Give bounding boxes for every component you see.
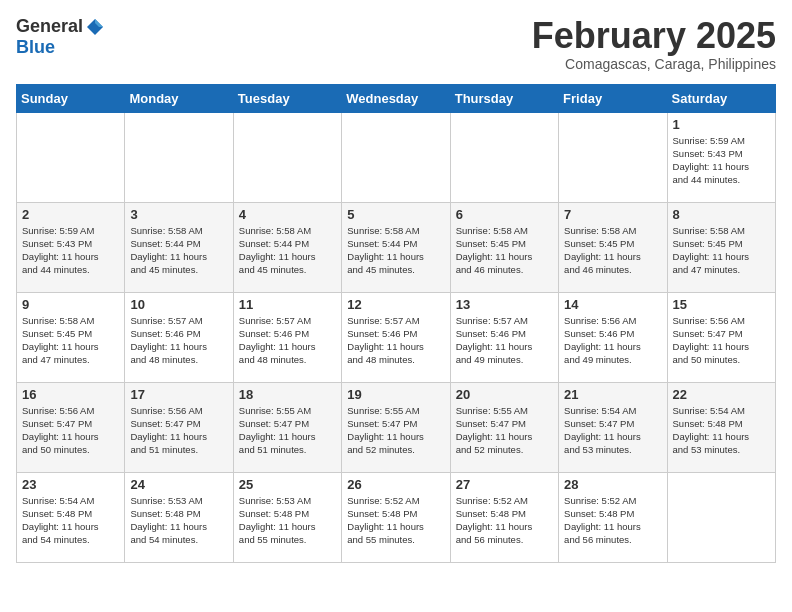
day-number: 14: [564, 297, 661, 312]
day-info: Sunrise: 5:57 AM Sunset: 5:46 PM Dayligh…: [130, 314, 227, 367]
calendar-cell: [342, 112, 450, 202]
day-info: Sunrise: 5:58 AM Sunset: 5:44 PM Dayligh…: [347, 224, 444, 277]
day-info: Sunrise: 5:57 AM Sunset: 5:46 PM Dayligh…: [456, 314, 553, 367]
day-number: 15: [673, 297, 770, 312]
day-info: Sunrise: 5:52 AM Sunset: 5:48 PM Dayligh…: [456, 494, 553, 547]
day-info: Sunrise: 5:52 AM Sunset: 5:48 PM Dayligh…: [564, 494, 661, 547]
day-info: Sunrise: 5:57 AM Sunset: 5:46 PM Dayligh…: [239, 314, 336, 367]
calendar-cell: 27Sunrise: 5:52 AM Sunset: 5:48 PM Dayli…: [450, 472, 558, 562]
day-info: Sunrise: 5:58 AM Sunset: 5:45 PM Dayligh…: [564, 224, 661, 277]
day-number: 21: [564, 387, 661, 402]
day-number: 4: [239, 207, 336, 222]
day-info: Sunrise: 5:55 AM Sunset: 5:47 PM Dayligh…: [456, 404, 553, 457]
calendar-cell: 2Sunrise: 5:59 AM Sunset: 5:43 PM Daylig…: [17, 202, 125, 292]
logo-icon: [85, 17, 105, 37]
calendar-week-row: 16Sunrise: 5:56 AM Sunset: 5:47 PM Dayli…: [17, 382, 776, 472]
calendar-cell: 3Sunrise: 5:58 AM Sunset: 5:44 PM Daylig…: [125, 202, 233, 292]
day-info: Sunrise: 5:55 AM Sunset: 5:47 PM Dayligh…: [347, 404, 444, 457]
calendar-cell: 16Sunrise: 5:56 AM Sunset: 5:47 PM Dayli…: [17, 382, 125, 472]
day-number: 11: [239, 297, 336, 312]
day-of-week-header: Saturday: [667, 84, 775, 112]
calendar-cell: 21Sunrise: 5:54 AM Sunset: 5:47 PM Dayli…: [559, 382, 667, 472]
day-info: Sunrise: 5:53 AM Sunset: 5:48 PM Dayligh…: [239, 494, 336, 547]
day-number: 16: [22, 387, 119, 402]
calendar-cell: 25Sunrise: 5:53 AM Sunset: 5:48 PM Dayli…: [233, 472, 341, 562]
day-of-week-header: Tuesday: [233, 84, 341, 112]
calendar-cell: 24Sunrise: 5:53 AM Sunset: 5:48 PM Dayli…: [125, 472, 233, 562]
page-header: General Blue February 2025 Comagascas, C…: [16, 16, 776, 72]
calendar-cell: 11Sunrise: 5:57 AM Sunset: 5:46 PM Dayli…: [233, 292, 341, 382]
day-number: 1: [673, 117, 770, 132]
day-number: 17: [130, 387, 227, 402]
calendar-cell: 5Sunrise: 5:58 AM Sunset: 5:44 PM Daylig…: [342, 202, 450, 292]
month-title: February 2025: [532, 16, 776, 56]
calendar-cell: 26Sunrise: 5:52 AM Sunset: 5:48 PM Dayli…: [342, 472, 450, 562]
day-number: 18: [239, 387, 336, 402]
calendar-cell: 10Sunrise: 5:57 AM Sunset: 5:46 PM Dayli…: [125, 292, 233, 382]
day-info: Sunrise: 5:54 AM Sunset: 5:48 PM Dayligh…: [22, 494, 119, 547]
calendar-cell: 4Sunrise: 5:58 AM Sunset: 5:44 PM Daylig…: [233, 202, 341, 292]
day-number: 2: [22, 207, 119, 222]
day-of-week-header: Thursday: [450, 84, 558, 112]
calendar-cell: 7Sunrise: 5:58 AM Sunset: 5:45 PM Daylig…: [559, 202, 667, 292]
day-info: Sunrise: 5:52 AM Sunset: 5:48 PM Dayligh…: [347, 494, 444, 547]
calendar-week-row: 1Sunrise: 5:59 AM Sunset: 5:43 PM Daylig…: [17, 112, 776, 202]
day-info: Sunrise: 5:58 AM Sunset: 5:44 PM Dayligh…: [130, 224, 227, 277]
day-info: Sunrise: 5:56 AM Sunset: 5:46 PM Dayligh…: [564, 314, 661, 367]
calendar-cell: 9Sunrise: 5:58 AM Sunset: 5:45 PM Daylig…: [17, 292, 125, 382]
day-info: Sunrise: 5:57 AM Sunset: 5:46 PM Dayligh…: [347, 314, 444, 367]
calendar-cell: 1Sunrise: 5:59 AM Sunset: 5:43 PM Daylig…: [667, 112, 775, 202]
day-info: Sunrise: 5:54 AM Sunset: 5:48 PM Dayligh…: [673, 404, 770, 457]
calendar-cell: 17Sunrise: 5:56 AM Sunset: 5:47 PM Dayli…: [125, 382, 233, 472]
calendar-week-row: 23Sunrise: 5:54 AM Sunset: 5:48 PM Dayli…: [17, 472, 776, 562]
day-of-week-header: Friday: [559, 84, 667, 112]
day-info: Sunrise: 5:59 AM Sunset: 5:43 PM Dayligh…: [673, 134, 770, 187]
day-info: Sunrise: 5:53 AM Sunset: 5:48 PM Dayligh…: [130, 494, 227, 547]
calendar-table: SundayMondayTuesdayWednesdayThursdayFrid…: [16, 84, 776, 563]
day-number: 12: [347, 297, 444, 312]
logo-blue-text: Blue: [16, 37, 55, 58]
day-info: Sunrise: 5:55 AM Sunset: 5:47 PM Dayligh…: [239, 404, 336, 457]
day-number: 28: [564, 477, 661, 492]
calendar-cell: 14Sunrise: 5:56 AM Sunset: 5:46 PM Dayli…: [559, 292, 667, 382]
calendar-cell: [667, 472, 775, 562]
day-number: 22: [673, 387, 770, 402]
day-number: 27: [456, 477, 553, 492]
calendar-cell: 15Sunrise: 5:56 AM Sunset: 5:47 PM Dayli…: [667, 292, 775, 382]
calendar-week-row: 9Sunrise: 5:58 AM Sunset: 5:45 PM Daylig…: [17, 292, 776, 382]
day-number: 9: [22, 297, 119, 312]
calendar-cell: 20Sunrise: 5:55 AM Sunset: 5:47 PM Dayli…: [450, 382, 558, 472]
logo: General Blue: [16, 16, 105, 58]
day-number: 7: [564, 207, 661, 222]
day-info: Sunrise: 5:58 AM Sunset: 5:45 PM Dayligh…: [456, 224, 553, 277]
calendar-cell: [233, 112, 341, 202]
day-info: Sunrise: 5:58 AM Sunset: 5:44 PM Dayligh…: [239, 224, 336, 277]
calendar-cell: 19Sunrise: 5:55 AM Sunset: 5:47 PM Dayli…: [342, 382, 450, 472]
calendar-cell: 23Sunrise: 5:54 AM Sunset: 5:48 PM Dayli…: [17, 472, 125, 562]
day-info: Sunrise: 5:56 AM Sunset: 5:47 PM Dayligh…: [130, 404, 227, 457]
title-block: February 2025 Comagascas, Caraga, Philip…: [532, 16, 776, 72]
day-info: Sunrise: 5:56 AM Sunset: 5:47 PM Dayligh…: [673, 314, 770, 367]
calendar-cell: [125, 112, 233, 202]
calendar-cell: 28Sunrise: 5:52 AM Sunset: 5:48 PM Dayli…: [559, 472, 667, 562]
day-number: 8: [673, 207, 770, 222]
day-of-week-header: Sunday: [17, 84, 125, 112]
day-number: 6: [456, 207, 553, 222]
day-info: Sunrise: 5:58 AM Sunset: 5:45 PM Dayligh…: [22, 314, 119, 367]
calendar-cell: 8Sunrise: 5:58 AM Sunset: 5:45 PM Daylig…: [667, 202, 775, 292]
day-number: 5: [347, 207, 444, 222]
day-number: 10: [130, 297, 227, 312]
day-number: 13: [456, 297, 553, 312]
day-info: Sunrise: 5:59 AM Sunset: 5:43 PM Dayligh…: [22, 224, 119, 277]
day-of-week-header: Wednesday: [342, 84, 450, 112]
calendar-cell: 12Sunrise: 5:57 AM Sunset: 5:46 PM Dayli…: [342, 292, 450, 382]
day-number: 24: [130, 477, 227, 492]
calendar-cell: [17, 112, 125, 202]
day-info: Sunrise: 5:54 AM Sunset: 5:47 PM Dayligh…: [564, 404, 661, 457]
calendar-cell: 6Sunrise: 5:58 AM Sunset: 5:45 PM Daylig…: [450, 202, 558, 292]
day-number: 23: [22, 477, 119, 492]
calendar-cell: [450, 112, 558, 202]
calendar-cell: 18Sunrise: 5:55 AM Sunset: 5:47 PM Dayli…: [233, 382, 341, 472]
calendar-cell: 13Sunrise: 5:57 AM Sunset: 5:46 PM Dayli…: [450, 292, 558, 382]
calendar-week-row: 2Sunrise: 5:59 AM Sunset: 5:43 PM Daylig…: [17, 202, 776, 292]
